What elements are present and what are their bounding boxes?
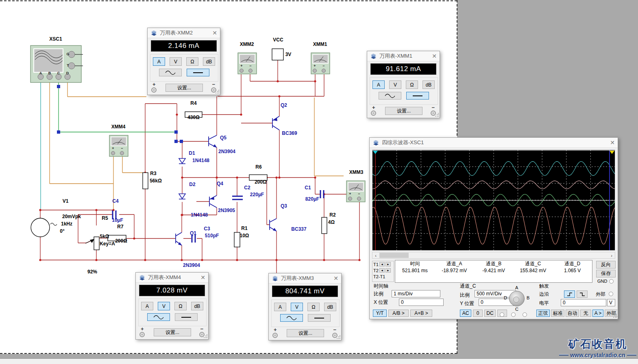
settings-button[interactable]: 设置... xyxy=(385,107,422,115)
trigger-mode-无[interactable]: 无 xyxy=(580,310,591,317)
source-v1[interactable] xyxy=(31,218,57,237)
plus-terminal[interactable] xyxy=(139,332,145,337)
close-icon[interactable]: ✕ xyxy=(200,275,205,280)
t1-right-button[interactable]: ► xyxy=(385,262,391,266)
minus-terminal-label: − xyxy=(431,104,435,110)
timebase-mode-A/B[interactable]: A/B > xyxy=(388,310,409,317)
meter-icon-xmm1[interactable] xyxy=(311,53,330,74)
orange-wires xyxy=(50,82,344,210)
unit-button-Ω[interactable]: Ω xyxy=(307,303,320,311)
xsc1-instrument-icon[interactable] xyxy=(30,46,83,82)
meter-icon-xmm2[interactable] xyxy=(238,53,257,74)
plus-terminal[interactable] xyxy=(151,87,157,93)
dc-mode-button[interactable] xyxy=(406,92,429,100)
meter-icon-xmm3[interactable] xyxy=(346,181,365,202)
oscilloscope-titlebar[interactable]: 四综示波器-XSC1 ✕ xyxy=(370,138,618,148)
unit-button-V[interactable]: V xyxy=(158,302,170,310)
resize-grip[interactable] xyxy=(435,113,439,117)
plus-terminal[interactable] xyxy=(371,110,376,116)
unit-button-A[interactable]: A xyxy=(274,303,286,311)
meter-titlebar[interactable]: 万用表-XMM1 ✕ xyxy=(367,51,440,61)
unit-button-V[interactable]: V xyxy=(170,57,182,66)
unit-button-V[interactable]: V xyxy=(291,303,303,311)
trigger-mode-自动[interactable]: 自动 xyxy=(566,310,579,317)
settings-button[interactable]: 设置... xyxy=(287,329,324,337)
horizontal-scrollbar-strip[interactable] xyxy=(0,358,638,364)
plus-terminal[interactable] xyxy=(272,333,278,338)
oscilloscope-window[interactable]: 四综示波器-XSC1 ✕ ‹ › T1 ◄ ► T2 ◄ ► T2-T1 时间通… xyxy=(369,137,618,319)
trigger-ext-radio[interactable] xyxy=(609,292,613,296)
reverse-button[interactable]: 反向 xyxy=(596,261,616,269)
t1-left-button[interactable]: ◄ xyxy=(379,262,385,266)
close-icon[interactable]: ✕ xyxy=(212,30,217,36)
timebase-xpos-input[interactable]: 0 xyxy=(399,299,444,306)
meter-titlebar[interactable]: 万用表-XMM2 ✕ xyxy=(148,28,220,38)
close-icon[interactable]: ✕ xyxy=(432,53,437,59)
unit-button-V[interactable]: V xyxy=(389,80,401,89)
vcc-symbol[interactable] xyxy=(272,49,283,60)
trigger-mode-正弦[interactable]: 正弦 xyxy=(536,310,550,317)
unit-button-dB[interactable]: dB xyxy=(422,80,435,89)
trigger-mode-标准[interactable]: 标准 xyxy=(551,310,564,317)
scroll-thumb[interactable] xyxy=(379,253,409,258)
unit-button-A[interactable]: A xyxy=(141,302,153,310)
unit-button-dB[interactable]: dB xyxy=(191,302,203,310)
unit-button-A[interactable]: A xyxy=(153,57,165,66)
ac-mode-button[interactable] xyxy=(280,314,303,322)
multimeter-window-xmm2[interactable]: 万用表-XMM2 ✕ 2.146 mA AVΩdB + − 设置... xyxy=(147,28,220,95)
dc-mode-button[interactable] xyxy=(308,314,331,322)
capacitors[interactable] xyxy=(113,190,324,243)
meter-titlebar[interactable]: 万用表-XMM3 ✕ xyxy=(269,273,341,284)
resistors[interactable] xyxy=(94,112,327,250)
scroll-left-icon[interactable]: ‹ xyxy=(372,252,379,258)
gnd-radio[interactable] xyxy=(609,279,614,284)
ac-mode-button[interactable] xyxy=(159,69,182,76)
save-button[interactable]: 保存 xyxy=(596,270,616,277)
resize-grip[interactable] xyxy=(613,314,617,318)
unit-button-Ω[interactable]: Ω xyxy=(186,57,198,66)
multimeter-window-xmm1[interactable]: 万用表-XMM1 ✕ 91.612 mA AVΩdB + − 设置... xyxy=(367,51,440,118)
t2-left-button[interactable]: ◄ xyxy=(379,268,385,273)
dc-mode-button[interactable] xyxy=(175,313,198,321)
timebase-mode-Y/T[interactable]: Y/T xyxy=(373,310,387,317)
ac-mode-button[interactable] xyxy=(147,313,170,321)
t2-right-button[interactable]: ► xyxy=(385,268,391,273)
unit-button-Ω[interactable]: Ω xyxy=(174,302,187,310)
dc-mode-button[interactable] xyxy=(187,69,209,76)
coupling-AC[interactable]: AC xyxy=(460,310,471,317)
resize-grip[interactable] xyxy=(215,90,219,94)
edge-falling-button[interactable] xyxy=(577,290,588,298)
trigger-level-unit[interactable]: V xyxy=(607,299,615,306)
settings-button[interactable]: 设置... xyxy=(154,328,191,336)
scroll-right-icon[interactable]: › xyxy=(608,252,615,258)
unit-button-Ω[interactable]: Ω xyxy=(406,80,418,89)
timebase-mode-A+B[interactable]: A+B > xyxy=(410,310,432,317)
transistors[interactable] xyxy=(176,116,279,245)
close-icon[interactable]: ✕ xyxy=(610,140,615,145)
potentiometer-wiper-arrow[interactable] xyxy=(85,239,94,243)
cursor-box: T1 ◄ ► T2 ◄ ► T2-T1 xyxy=(372,261,394,282)
trigger-mode-A[interactable]: A > xyxy=(592,310,603,317)
unit-button-dB[interactable]: dB xyxy=(203,57,215,66)
coupling-DC[interactable]: DC xyxy=(484,310,496,317)
timebase-scale-input[interactable]: 1 ms/Div xyxy=(392,290,440,297)
channel-select-radio[interactable] xyxy=(523,312,527,317)
unit-button-dB[interactable]: dB xyxy=(324,303,336,311)
coupling-0[interactable]: 0 xyxy=(473,310,483,317)
settings-button[interactable]: 设置... xyxy=(165,84,203,92)
edge-rising-button[interactable] xyxy=(564,290,575,298)
scope-scrollbar[interactable]: ‹ › xyxy=(372,252,615,259)
trigger-level-input[interactable]: 0 xyxy=(561,299,606,306)
resize-grip[interactable] xyxy=(336,335,340,339)
close-icon[interactable]: ✕ xyxy=(333,275,338,281)
channel-knob[interactable] xyxy=(509,291,525,306)
channel-b-radio[interactable] xyxy=(511,312,516,317)
multimeter-window-xmm4[interactable]: 万用表-XMM4 ✕ 7.028 mV AVΩdB + − 设置... xyxy=(135,272,209,340)
meter-icon-xmm4[interactable] xyxy=(109,135,128,156)
meter-titlebar[interactable]: 万用表-XMM4 ✕ xyxy=(136,273,208,283)
ac-mode-button[interactable] xyxy=(379,92,401,100)
unit-button-A[interactable]: A xyxy=(372,80,385,89)
multimeter-window-xmm3[interactable]: 万用表-XMM3 ✕ 804.741 mV AVΩdB + − 设置... xyxy=(268,273,342,340)
resize-grip[interactable] xyxy=(203,334,207,338)
channel-a-radio[interactable] xyxy=(500,312,504,317)
